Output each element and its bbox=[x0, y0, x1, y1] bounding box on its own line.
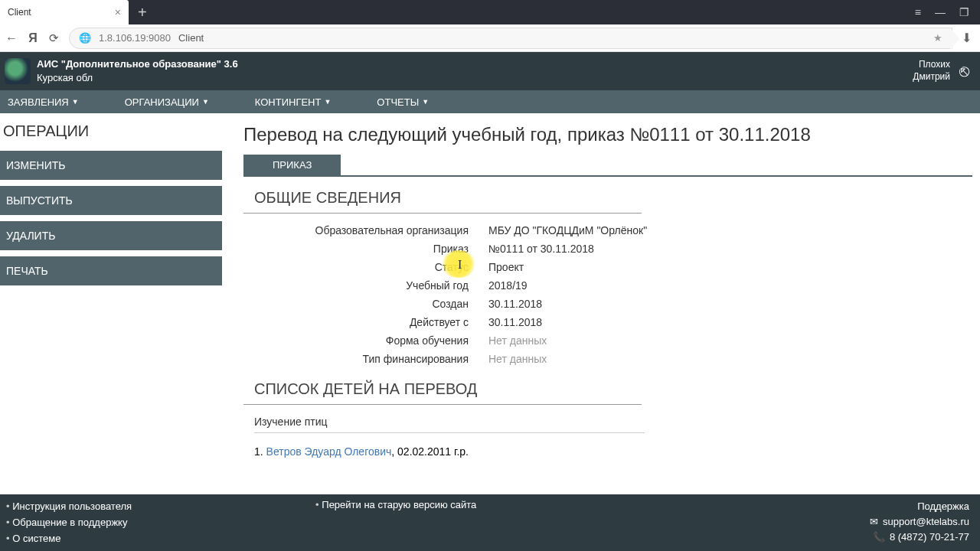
finance-value: Нет данных bbox=[488, 353, 547, 365]
address-path: Client bbox=[178, 32, 204, 44]
year-label: Учебный год bbox=[274, 279, 488, 292]
child-birth: , 02.02.2011 г.р. bbox=[391, 445, 469, 458]
page-title: Перевод на следующий учебный год, приказ… bbox=[243, 124, 972, 145]
mail-icon: ✉ bbox=[870, 516, 878, 527]
tab-row: ПРИКАЗ bbox=[243, 155, 972, 177]
user-block: Плохих Дмитрий bbox=[913, 59, 950, 83]
sidebar-title: ОПЕРАЦИИ bbox=[0, 122, 222, 140]
op-delete-button[interactable]: УДАЛИТЬ bbox=[0, 221, 222, 250]
nav-organizations[interactable]: ОРГАНИЗАЦИИ▼ bbox=[125, 96, 209, 108]
app-header: АИС "Дополнительное образование" 3.6 Кур… bbox=[0, 52, 980, 90]
form-value: Нет данных bbox=[488, 334, 547, 347]
bookmark-star-icon[interactable]: ★ bbox=[933, 32, 942, 44]
tab-title: Client bbox=[8, 7, 31, 18]
nav-reports-label: ОТЧЕТЫ bbox=[377, 96, 419, 108]
chevron-down-icon: ▼ bbox=[324, 98, 331, 106]
footer-old-site-link[interactable]: Перейти на старую версию сайта bbox=[315, 499, 476, 549]
finance-label: Тип финансирования bbox=[274, 353, 488, 365]
maximize-icon[interactable]: ❐ bbox=[959, 6, 969, 18]
menu-icon[interactable]: ≡ bbox=[915, 6, 921, 18]
op-release-button[interactable]: ВЫПУСТИТЬ bbox=[0, 186, 222, 215]
close-icon[interactable]: × bbox=[115, 6, 121, 18]
org-value: МБУ ДО "ГКОДЦДиМ "Орлёнок" bbox=[488, 224, 647, 236]
phone-icon: 📞 bbox=[873, 531, 885, 543]
effective-label: Действует с bbox=[274, 316, 488, 328]
effective-value: 30.11.2018 bbox=[488, 316, 542, 328]
created-value: 30.11.2018 bbox=[488, 298, 542, 310]
app-region: Курская обл bbox=[37, 71, 238, 85]
order-value: №0111 от 30.11.2018 bbox=[488, 243, 594, 255]
group-name: Изучение птиц bbox=[254, 416, 645, 433]
year-value: 2018/19 bbox=[488, 279, 528, 292]
content: Перевод на следующий учебный год, приказ… bbox=[230, 113, 980, 494]
chevron-down-icon: ▼ bbox=[422, 98, 429, 106]
browser-tab-strip: Client × + ≡ — ❐ bbox=[0, 0, 980, 24]
back-icon[interactable]: ← bbox=[0, 31, 23, 45]
section-general-title: ОБЩИЕ СВЕДЕНИЯ bbox=[243, 177, 972, 213]
nav-contingent[interactable]: КОНТИНГЕНТ▼ bbox=[255, 96, 332, 108]
main-nav: ЗАЯВЛЕНИЯ▼ ОРГАНИЗАЦИИ▼ КОНТИНГЕНТ▼ ОТЧЕ… bbox=[0, 90, 980, 113]
section-children-title: СПИСОК ДЕТЕЙ НА ПЕРЕВОД bbox=[243, 368, 972, 404]
child-link[interactable]: Ветров Эдуард Олегович bbox=[266, 445, 392, 458]
org-label: Образовательная организация bbox=[274, 224, 488, 236]
nav-applications-label: ЗАЯВЛЕНИЯ bbox=[8, 96, 69, 108]
footer-support-link[interactable]: Обращение в поддержку bbox=[6, 515, 132, 531]
nav-contingent-label: КОНТИНГЕНТ bbox=[255, 96, 322, 108]
user-firstname: Дмитрий bbox=[913, 71, 950, 83]
nav-organizations-label: ОРГАНИЗАЦИИ bbox=[125, 96, 199, 108]
address-bar-row: ← Я ⟳ 🌐 1.8.106.19:9080 Client ★ ⬇ bbox=[0, 24, 980, 52]
nav-applications[interactable]: ЗАЯВЛЕНИЯ▼ bbox=[8, 96, 79, 108]
new-tab-button[interactable]: + bbox=[129, 4, 156, 21]
reload-icon[interactable]: ⟳ bbox=[43, 31, 64, 45]
chevron-down-icon: ▼ bbox=[202, 98, 209, 106]
yandex-icon[interactable]: Я bbox=[23, 31, 43, 45]
divider bbox=[243, 213, 642, 214]
address-bar[interactable]: 🌐 1.8.106.19:9080 Client ★ bbox=[69, 28, 952, 49]
footer: Инструкция пользователя Обращение в подд… bbox=[0, 494, 980, 551]
logout-icon[interactable]: ⎋ bbox=[959, 61, 969, 81]
form-label: Форма обучения bbox=[274, 334, 488, 347]
text-cursor-icon: I bbox=[458, 258, 462, 272]
status-label: Статус bbox=[274, 261, 488, 273]
app-logo bbox=[5, 58, 31, 84]
browser-tab[interactable]: Client × bbox=[0, 0, 129, 24]
user-lastname: Плохих bbox=[913, 59, 950, 71]
op-edit-button[interactable]: ИЗМЕНИТЬ bbox=[0, 151, 222, 180]
status-value: Проект bbox=[488, 261, 524, 273]
sidebar: ОПЕРАЦИИ ИЗМЕНИТЬ ВЫПУСТИТЬ УДАЛИТЬ ПЕЧА… bbox=[0, 113, 230, 494]
footer-email[interactable]: support@ktelabs.ru bbox=[883, 516, 969, 527]
address-host: 1.8.106.19:9080 bbox=[99, 32, 171, 44]
chevron-down-icon: ▼ bbox=[72, 98, 79, 106]
created-label: Создан bbox=[274, 298, 488, 310]
divider bbox=[243, 404, 642, 405]
footer-about-link[interactable]: О системе bbox=[6, 531, 132, 547]
info-table: Образовательная организацияМБУ ДО "ГКОДЦ… bbox=[274, 221, 972, 368]
minimize-icon[interactable]: — bbox=[935, 6, 946, 18]
child-row: 1. Ветров Эдуард Олегович, 02.02.2011 г.… bbox=[254, 438, 972, 458]
footer-support-title: Поддержка bbox=[870, 499, 969, 514]
nav-reports[interactable]: ОТЧЕТЫ▼ bbox=[377, 96, 429, 108]
globe-icon: 🌐 bbox=[79, 32, 91, 44]
footer-phone[interactable]: 8 (4872) 70-21-77 bbox=[890, 531, 969, 543]
tab-order[interactable]: ПРИКАЗ bbox=[243, 155, 341, 175]
order-label: Приказ bbox=[274, 243, 488, 255]
footer-manual-link[interactable]: Инструкция пользователя bbox=[6, 499, 132, 515]
child-index: 1. bbox=[254, 445, 266, 458]
app-title: АИС "Дополнительное образование" 3.6 bbox=[37, 57, 238, 71]
op-print-button[interactable]: ПЕЧАТЬ bbox=[0, 256, 222, 285]
